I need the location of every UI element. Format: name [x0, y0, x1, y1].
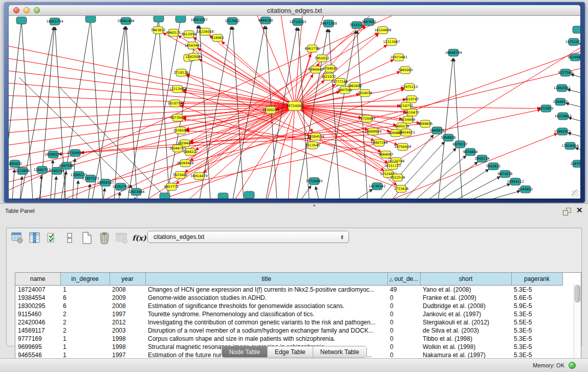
graph-node[interactable]: 1610472: [405, 109, 420, 116]
citation-edge-red[interactable]: [396, 37, 580, 161]
network-canvas[interactable]: 1405572420691406106532871527602946616010…: [9, 16, 580, 199]
table-cell[interactable]: 0: [387, 310, 420, 318]
graph-node[interactable]: 9529966: [568, 54, 580, 61]
table-cell[interactable]: Corpus callosum shape and size in male p…: [145, 335, 387, 343]
citation-edge-red[interactable]: [9, 70, 295, 106]
table-cell[interactable]: 5.3E-5: [511, 310, 562, 318]
tab-edge-table[interactable]: Edge Table: [267, 346, 313, 357]
table-cell[interactable]: 14569117: [15, 326, 60, 335]
graph-node[interactable]: 1527602: [225, 17, 240, 25]
table-cell[interactable]: Jankovic et al. (1997): [420, 310, 511, 318]
table-cell[interactable]: 18300295: [15, 302, 60, 310]
table-selector-dropdown[interactable]: citations_edges.txt ▲▼: [147, 231, 349, 243]
citation-edge-black[interactable]: [159, 18, 170, 199]
table-cell[interactable]: Disruption of a novel member of a sodium…: [145, 326, 387, 335]
citation-edge-red[interactable]: [176, 106, 295, 184]
table-cell[interactable]: Yano et al. (2008): [420, 286, 511, 294]
table-row[interactable]: 2242004622012Investigating the contribut…: [15, 318, 562, 326]
column-header-short[interactable]: short: [420, 273, 511, 286]
graph-node[interactable]: 1810755: [168, 100, 183, 107]
graph-node[interactable]: [16, 17, 27, 24]
table-cell[interactable]: 5.3E-5: [511, 326, 562, 335]
select-rows-button[interactable]: [45, 231, 60, 245]
table-cell[interactable]: 0: [387, 326, 420, 335]
graph-node[interactable]: 7955812: [315, 55, 330, 62]
graph-node[interactable]: [85, 16, 96, 23]
table-row[interactable]: 1872400712008Changes of HCN gene express…: [15, 286, 562, 294]
canvas-resize-grip[interactable]: [572, 190, 579, 197]
table-cell[interactable]: 9699695: [15, 343, 60, 351]
table-row[interactable]: 1456911722003Disruption of a novel membe…: [15, 326, 562, 335]
citation-edge-black[interactable]: [454, 58, 463, 199]
table-cell[interactable]: Investigating the contribution of common…: [145, 318, 387, 326]
graph-node[interactable]: 14136141: [368, 183, 385, 190]
graph-node[interactable]: 9474444: [463, 148, 478, 156]
citation-edge-black[interactable]: [344, 189, 373, 199]
graph-node[interactable]: 16648784: [445, 49, 462, 56]
graph-node[interactable]: 10719155: [289, 18, 306, 26]
graph-node[interactable]: 14671358: [320, 20, 337, 27]
graph-node[interactable]: 3216752: [399, 102, 413, 110]
table-cell[interactable]: 0: [387, 318, 420, 326]
table-vertical-scrollbar[interactable]: [574, 284, 581, 368]
citation-edge-red[interactable]: [9, 57, 295, 106]
citation-edge-black[interactable]: [50, 160, 53, 199]
citation-edge-black[interactable]: [441, 177, 500, 199]
graph-node[interactable]: 5958928: [441, 134, 456, 141]
graph-node[interactable]: 20691406: [117, 17, 134, 25]
graph-node[interactable]: 16210643: [554, 113, 571, 120]
citation-edge-red[interactable]: [193, 37, 295, 106]
graph-node[interactable]: 10653287: [190, 16, 207, 24]
table-cell[interactable]: 1: [60, 343, 110, 351]
table-cell[interactable]: 18724007: [15, 286, 60, 294]
delete-column-button[interactable]: [97, 231, 112, 245]
graph-node[interactable]: 1824554: [358, 90, 373, 97]
graph-node[interactable]: 1244413: [553, 98, 568, 105]
graph-node[interactable]: 2073942: [170, 114, 185, 121]
table-cell[interactable]: 9777169: [15, 335, 60, 343]
show-columns-button[interactable]: [27, 231, 42, 245]
table-cell[interactable]: 2: [60, 326, 110, 335]
table-cell[interactable]: 5.3E-5: [511, 286, 562, 294]
graph-node[interactable]: 6961758: [305, 45, 320, 52]
table-cell[interactable]: Estimation of significance thresholds fo…: [145, 302, 387, 310]
graph-node[interactable]: 9245652: [518, 186, 533, 193]
table-cell[interactable]: 1: [60, 286, 110, 294]
table-cell[interactable]: 6: [60, 302, 110, 310]
graph-node[interactable]: 20206576: [45, 151, 61, 158]
close-panel-icon[interactable]: ✕: [576, 206, 583, 215]
column-header-title[interactable]: title: [145, 273, 387, 286]
citation-edge-black[interactable]: [568, 133, 580, 139]
citation-edge-black[interactable]: [76, 181, 78, 199]
graph-node[interactable]: [573, 26, 580, 33]
graph-node[interactable]: 12923446: [127, 188, 144, 195]
graph-node[interactable]: 1536584: [173, 127, 188, 134]
table-cell[interactable]: Stergiakouli et al. (2012): [420, 318, 511, 326]
citation-edge-black[interactable]: [429, 169, 489, 199]
table-cell[interactable]: 5.6E-5: [511, 294, 562, 302]
graph-node[interactable]: 1610747: [404, 96, 419, 103]
new-column-button[interactable]: [79, 231, 95, 245]
graph-node[interactable]: 9227349: [558, 69, 573, 76]
graph-node[interactable]: [160, 193, 170, 199]
graph-node[interactable]: 16154808: [374, 27, 391, 34]
citation-edge-red[interactable]: [132, 106, 295, 199]
column-settings-button[interactable]: [10, 231, 25, 245]
graph-node[interactable]: 16914479: [190, 172, 207, 180]
function-builder-button[interactable]: f(x): [132, 231, 147, 245]
table-row[interactable]: 1938455462009Genome-wide association stu…: [15, 294, 562, 302]
graph-node[interactable]: [176, 16, 186, 23]
graph-node[interactable]: 8912954: [182, 31, 197, 38]
table-cell[interactable]: Changes of HCN gene expression and I(f) …: [145, 286, 387, 294]
graph-node[interactable]: 12093582: [553, 84, 570, 92]
table-cell[interactable]: 22420046: [15, 318, 60, 326]
graph-hub-node[interactable]: 18724007: [286, 101, 303, 111]
citation-edge-black[interactable]: [91, 19, 103, 199]
citation-edge-black[interactable]: [571, 74, 580, 80]
citation-edge-black[interactable]: [19, 177, 22, 199]
table-cell[interactable]: Tourette syndrome. Phenomenology and cla…: [145, 310, 387, 318]
float-panel-icon[interactable]: [563, 208, 572, 215]
graph-node[interactable]: 9684067: [379, 151, 394, 158]
table-cell[interactable]: de Silva et al. (2003): [420, 326, 511, 335]
table-cell[interactable]: 2012: [110, 318, 145, 326]
